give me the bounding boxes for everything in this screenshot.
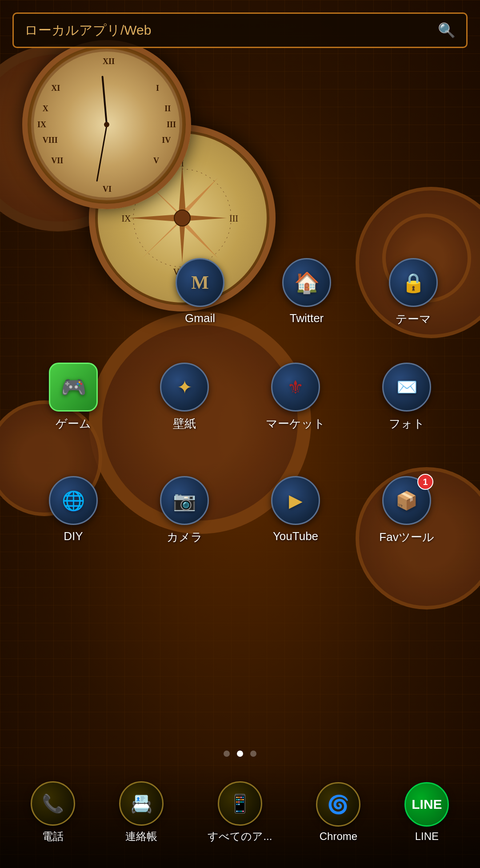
clock-face-main: XII I II III IV V VI VII VIII IX X XI <box>31 49 182 200</box>
theme-icon: 🔒 <box>402 272 425 294</box>
diy-icon: 🌐 <box>62 490 85 512</box>
app-icon-wallpaper[interactable]: ✦ <box>160 363 209 412</box>
camera-label: カメラ <box>167 529 203 545</box>
contacts-icon: 📇 <box>130 793 152 814</box>
dock-icon-contacts[interactable]: 📇 <box>119 781 164 826</box>
contacts-label: 連絡帳 <box>125 829 157 844</box>
app-icon-camera[interactable]: 📷 <box>160 476 209 525</box>
page-dot-3[interactable] <box>250 751 256 757</box>
app-item-game[interactable]: 🎮 ゲーム <box>33 363 113 432</box>
svg-text:III: III <box>229 214 238 223</box>
app-item-theme[interactable]: 🔒 テーマ <box>373 258 453 327</box>
app-row-2: 🎮 ゲーム ✦ 壁紙 ⚜ マーケット ✉️ フォト <box>0 363 480 432</box>
numeral-1: I <box>156 84 159 93</box>
chrome-icon: 🌀 <box>327 794 349 815</box>
apps-layer: M Gmail 🏠 Twitter 🔒 テーマ 🎮 ゲーム ✦ <box>0 258 480 567</box>
market-icon: ⚜ <box>287 376 304 398</box>
numeral-7: VII <box>51 156 63 166</box>
app-item-camera[interactable]: 📷 カメラ <box>144 476 224 545</box>
svg-text:IX: IX <box>121 214 131 223</box>
app-item-photo[interactable]: ✉️ フォト <box>367 363 447 432</box>
dock-item-line[interactable]: LINE LINE <box>404 782 449 843</box>
line-icon: LINE <box>412 797 442 812</box>
game-label: ゲーム <box>56 416 91 432</box>
photo-icon: ✉️ <box>396 377 417 397</box>
app-item-diy[interactable]: 🌐 DIY <box>33 476 113 543</box>
photo-label: フォト <box>389 416 425 432</box>
game-icon: 🎮 <box>61 375 86 399</box>
chrome-label: Chrome <box>320 830 357 843</box>
numeral-8: VIII <box>43 136 58 145</box>
allapps-label: すべてのア... <box>208 829 272 844</box>
numeral-5: V <box>153 156 159 166</box>
twitter-label: Twitter <box>290 311 324 325</box>
market-label: マーケット <box>266 416 325 432</box>
numeral-11: XI <box>51 84 60 93</box>
numeral-2: II <box>164 104 171 113</box>
dock-icon-chrome[interactable]: 🌀 <box>316 782 360 827</box>
app-icon-twitter[interactable]: 🏠 <box>282 258 331 307</box>
dock-item-chrome[interactable]: 🌀 Chrome <box>316 782 360 843</box>
app-item-wallpaper[interactable]: ✦ 壁紙 <box>144 363 224 432</box>
favtools-icon: 📦 <box>396 490 418 511</box>
youtube-icon: ▶ <box>289 490 303 511</box>
favtools-badge: 1 <box>417 474 433 490</box>
page-dot-1[interactable] <box>224 751 230 757</box>
theme-label: テーマ <box>396 311 431 327</box>
favtools-label: Favツール <box>379 529 434 545</box>
clock-main: XII I II III IV V VI VII VIII IX X XI <box>22 40 191 209</box>
numeral-9: IX <box>37 120 46 129</box>
numeral-3: III <box>167 120 176 129</box>
search-input[interactable]: ローカルアプリ/Web <box>24 21 438 40</box>
app-icon-photo[interactable]: ✉️ <box>382 363 431 412</box>
app-icon-youtube[interactable]: ▶ <box>271 476 320 525</box>
app-icon-game[interactable]: 🎮 <box>49 363 98 412</box>
app-item-youtube[interactable]: ▶ YouTube <box>256 476 336 543</box>
app-item-twitter[interactable]: 🏠 Twitter <box>267 258 347 325</box>
phone-label: 電話 <box>42 829 64 844</box>
dock-item-allapps[interactable]: 📱 すべてのア... <box>208 781 272 844</box>
app-row-3: 🌐 DIY 📷 カメラ ▶ YouTube 📦 1 Favツール <box>0 476 480 545</box>
dock-item-phone[interactable]: 📞 電話 <box>31 781 75 844</box>
gmail-icon: M <box>191 272 209 293</box>
numeral-4: IV <box>162 136 171 145</box>
allapps-icon: 📱 <box>229 793 251 814</box>
camera-icon: 📷 <box>173 490 196 512</box>
gmail-label: Gmail <box>185 311 215 325</box>
dock-item-contacts[interactable]: 📇 連絡帳 <box>119 781 164 844</box>
line-label: LINE <box>415 830 439 843</box>
search-bar[interactable]: ローカルアプリ/Web 🔍 <box>12 12 468 48</box>
wallpaper-icon: ✦ <box>177 376 192 398</box>
search-icon[interactable]: 🔍 <box>438 22 456 39</box>
clock-center-dot <box>104 122 109 127</box>
app-icon-gmail[interactable]: M <box>176 258 224 307</box>
numeral-12: XII <box>103 57 115 66</box>
app-icon-theme[interactable]: 🔒 <box>389 258 438 307</box>
twitter-icon: 🏠 <box>294 270 320 295</box>
diy-label: DIY <box>64 529 83 543</box>
app-icon-diy[interactable]: 🌐 <box>49 476 98 525</box>
svg-point-8 <box>174 210 190 226</box>
wallpaper-label: 壁紙 <box>173 416 196 432</box>
dock: 📞 電話 📇 連絡帳 📱 すべてのア... 🌀 Chrome LINE LINE <box>0 761 480 868</box>
page-dot-2[interactable] <box>237 751 243 757</box>
app-item-gmail[interactable]: M Gmail <box>160 258 240 325</box>
phone-icon: 📞 <box>42 793 64 814</box>
dock-icon-line[interactable]: LINE <box>404 782 449 827</box>
numeral-6: VI <box>103 185 112 194</box>
dock-icon-allapps[interactable]: 📱 <box>218 781 262 826</box>
dock-icon-phone[interactable]: 📞 <box>31 781 75 826</box>
app-row-1: M Gmail 🏠 Twitter 🔒 テーマ <box>0 258 480 327</box>
youtube-label: YouTube <box>273 529 318 543</box>
numeral-10: X <box>43 104 48 113</box>
app-icon-favtools[interactable]: 📦 1 <box>382 476 431 525</box>
app-item-market[interactable]: ⚜ マーケット <box>256 363 336 432</box>
app-icon-market[interactable]: ⚜ <box>271 363 320 412</box>
app-item-favtools[interactable]: 📦 1 Favツール <box>367 476 447 545</box>
page-indicator <box>224 751 256 757</box>
